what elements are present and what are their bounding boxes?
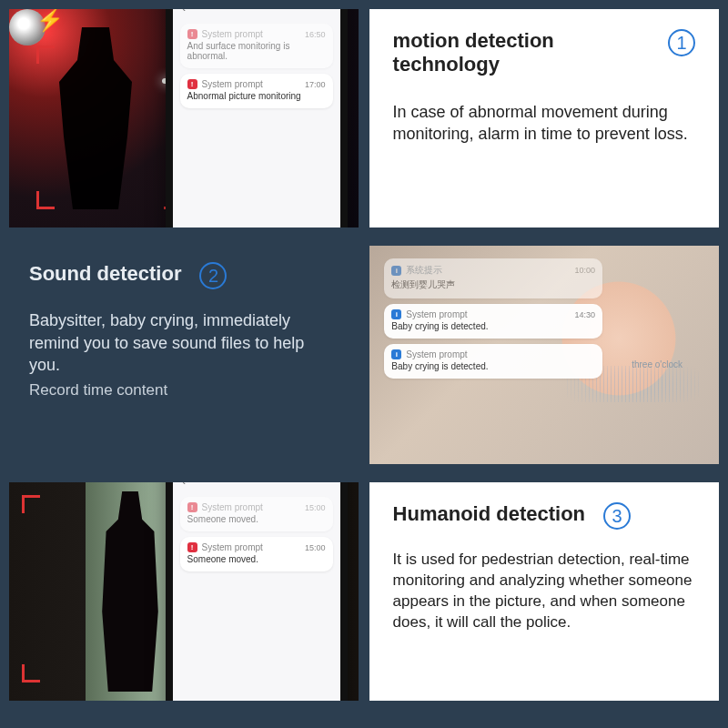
- notification: iSystem prompt14:30 Baby crying is detec…: [384, 304, 602, 339]
- focus-bracket: [36, 46, 55, 64]
- feature-row-motion: ⚡ 9:41●●● ▮ ‹ !System prompt16:50 And su…: [9, 9, 719, 228]
- alert-icon: !: [187, 79, 197, 89]
- feature-desc: Babysitter, baby crying, immediately rem…: [29, 309, 339, 376]
- back-chevron-icon: ‹: [173, 9, 340, 18]
- notif-time: 16:50: [305, 30, 326, 39]
- notif-time: 17:00: [305, 80, 326, 89]
- notification: !System prompt17:00 Abnormal picture mon…: [180, 74, 333, 108]
- notif-time: 14:30: [574, 310, 595, 319]
- notification: !System prompt15:00 Someone moved.: [180, 537, 333, 571]
- notif-body: Baby crying is detected.: [391, 321, 595, 331]
- notif-title: System prompt: [202, 542, 263, 552]
- back-chevron-icon: ‹: [173, 482, 340, 491]
- feature-desc: It is used for pedestrian detection, rea…: [393, 550, 695, 633]
- phone-screen: 9:41●●● ▮ ‹ !System prompt15:00 Someone …: [173, 482, 340, 701]
- notification: i系统提示10:00 检测到婴儿哭声: [384, 258, 602, 298]
- feature-title: Sound detectior: [29, 262, 181, 286]
- notif-title: 系统提示: [406, 264, 442, 277]
- text-panel-motion: motion detection technology 1 In case of…: [369, 9, 719, 228]
- notif-title: System prompt: [202, 79, 263, 89]
- info-icon: i: [391, 266, 401, 276]
- phone-screen: 9:41●●● ▮ ‹ !System prompt16:50 And surf…: [173, 9, 340, 228]
- notification: !System prompt15:00 Someone moved.: [180, 497, 333, 531]
- notif-time: 10:00: [574, 266, 595, 275]
- notif-time: 15:00: [305, 503, 326, 512]
- feature-desc: In case of abnormal movement during moni…: [393, 101, 695, 146]
- notification: iSystem prompt Baby crying is detected.: [384, 344, 602, 379]
- notif-body: Someone moved.: [187, 554, 326, 564]
- alarm-icon: ⚡: [36, 9, 64, 33]
- scene-window: 9:41●●● ▮ ‹ !System prompt15:00 Someone …: [9, 482, 359, 701]
- intruder-silhouette: [50, 27, 141, 209]
- overlay-notifications: i系统提示10:00 检测到婴儿哭声 iSystem prompt14:30 B…: [377, 253, 610, 384]
- phone-mockup: 9:41●●● ▮ ‹ !System prompt15:00 Someone …: [166, 482, 348, 701]
- overlay-side-text: three o'clock: [632, 359, 682, 369]
- focus-bracket: [36, 191, 55, 209]
- feature-row-sound: Sound detectior 2 Babysitter, baby cryin…: [9, 246, 719, 464]
- focus-bracket: [22, 664, 40, 682]
- phone-mockup: 9:41●●● ▮ ‹ !System prompt16:50 And surf…: [166, 9, 348, 228]
- notification: !System prompt16:50 And surface monitori…: [180, 24, 333, 68]
- notif-title: System prompt: [406, 309, 467, 319]
- number-badge: 2: [199, 262, 227, 289]
- alert-icon: !: [187, 502, 197, 512]
- alert-icon: !: [187, 542, 197, 552]
- number-badge: 1: [668, 29, 695, 56]
- notif-body: Someone moved.: [187, 514, 326, 524]
- text-panel-sound: Sound detectior 2 Babysitter, baby cryin…: [9, 246, 359, 464]
- alert-icon: !: [187, 29, 197, 39]
- number-badge: 3: [603, 502, 631, 530]
- feature-title: Humanoid detection: [393, 502, 585, 526]
- info-icon: i: [391, 349, 401, 359]
- notif-body: Abnormal picture monitoring: [187, 91, 326, 101]
- feature-title: motion detection technology: [393, 29, 650, 77]
- notif-time: 15:00: [305, 543, 326, 552]
- notif-body: Baby crying is detected.: [391, 361, 595, 371]
- scene-baby: three o'clock i系统提示10:00 检测到婴儿哭声 iSystem…: [369, 246, 719, 464]
- scene-intruder: ⚡ 9:41●●● ▮ ‹ !System prompt16:50 And su…: [9, 9, 359, 228]
- info-icon: i: [391, 309, 401, 319]
- notif-body: 检测到婴儿哭声: [391, 278, 595, 291]
- text-panel-humanoid: Humanoid detection 3 It is used for pede…: [369, 482, 719, 701]
- notif-title: System prompt: [202, 29, 263, 39]
- notif-title: System prompt: [406, 349, 467, 359]
- notif-body: And surface monitoring is abnormal.: [187, 41, 326, 61]
- feature-row-humanoid: 9:41●●● ▮ ‹ !System prompt15:00 Someone …: [9, 482, 719, 701]
- focus-bracket: [22, 495, 40, 513]
- notif-title: System prompt: [202, 502, 263, 512]
- feature-subtext: Record time content: [29, 381, 339, 399]
